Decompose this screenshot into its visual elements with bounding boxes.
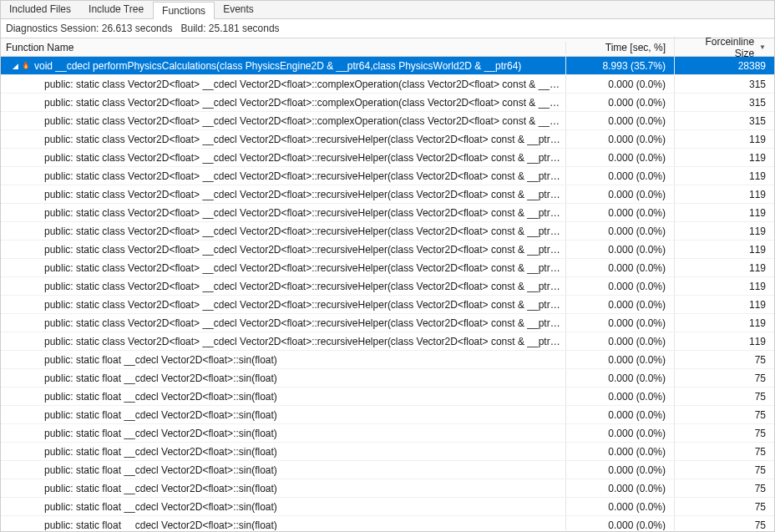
function-name-text: public: static float __cdecl Vector2D<fl… <box>44 501 560 513</box>
table-row[interactable]: public: static class Vector2D<float> __c… <box>1 314 774 332</box>
tab-bar: Included FilesInclude TreeFunctionsEvent… <box>1 1 774 19</box>
cell-size: 119 <box>674 332 774 350</box>
table-row[interactable]: public: static float __cdecl Vector2D<fl… <box>1 498 774 516</box>
table-row[interactable]: public: static float __cdecl Vector2D<fl… <box>1 369 774 388</box>
cell-function-name: public: static class Vector2D<float> __c… <box>1 262 565 274</box>
cell-size: 119 <box>674 185 774 203</box>
status-bar: Diagnostics Session: 26.613 seconds Buil… <box>1 19 774 38</box>
function-name-text: public: static class Vector2D<float> __c… <box>44 79 560 90</box>
session-value: 26.613 seconds <box>102 23 173 34</box>
cell-size: 75 <box>674 516 774 530</box>
table-row[interactable]: public: static class Vector2D<float> __c… <box>1 75 774 94</box>
function-name-text: public: static class Vector2D<float> __c… <box>44 262 560 274</box>
cell-size: 75 <box>674 498 774 515</box>
cell-size: 119 <box>674 314 774 332</box>
cell-function-name: public: static class Vector2D<float> __c… <box>1 281 565 292</box>
function-name-text: public: static class Vector2D<float> __c… <box>44 281 560 292</box>
function-name-text: public: static float __cdecl Vector2D<fl… <box>44 354 560 366</box>
function-name-text: public: static float __cdecl Vector2D<fl… <box>44 483 560 494</box>
function-name-text: public: static float __cdecl Vector2D<fl… <box>44 409 560 421</box>
table-row[interactable]: public: static class Vector2D<float> __c… <box>1 149 774 167</box>
cell-size: 28389 <box>674 57 774 74</box>
cell-size: 75 <box>674 369 774 387</box>
cell-time: 0.000 (0.0%) <box>565 332 674 350</box>
cell-function-name: public: static class Vector2D<float> __c… <box>1 244 565 256</box>
table-row[interactable]: public: static float __cdecl Vector2D<fl… <box>1 461 774 479</box>
function-name-text: public: static class Vector2D<float> __c… <box>44 299 560 311</box>
cell-size: 119 <box>674 277 774 295</box>
table-row[interactable]: public: static float __cdecl Vector2D<fl… <box>1 388 774 406</box>
cell-function-name: public: static class Vector2D<float> __c… <box>1 134 565 145</box>
table-row[interactable]: public: static float __cdecl Vector2D<fl… <box>1 443 774 461</box>
table-row[interactable]: public: static class Vector2D<float> __c… <box>1 277 774 296</box>
table-row[interactable]: public: static float __cdecl Vector2D<fl… <box>1 424 774 443</box>
function-name-text: void __cdecl performPhysicsCalculations(… <box>34 60 560 72</box>
cell-size: 315 <box>674 94 774 111</box>
cell-size: 315 <box>674 75 774 93</box>
flame-icon <box>21 61 31 71</box>
cell-function-name: public: static float __cdecl Vector2D<fl… <box>1 409 565 421</box>
cell-size: 119 <box>674 130 774 148</box>
column-header-size[interactable]: Forceinline Size ▼ <box>674 36 774 59</box>
cell-function-name: public: static class Vector2D<float> __c… <box>1 189 565 200</box>
function-name-text: public: static class Vector2D<float> __c… <box>44 97 560 109</box>
cell-time: 0.000 (0.0%) <box>565 443 674 460</box>
cell-time: 0.000 (0.0%) <box>565 314 674 332</box>
table-row[interactable]: public: static class Vector2D<float> __c… <box>1 112 774 130</box>
column-header-time[interactable]: Time [sec, %] <box>565 42 674 53</box>
tab-include-tree[interactable]: Include Tree <box>80 1 153 18</box>
tab-events[interactable]: Events <box>215 1 263 18</box>
grid-body[interactable]: ◢void __cdecl performPhysicsCalculations… <box>1 57 774 530</box>
cell-function-name: public: static float __cdecl Vector2D<fl… <box>1 519 565 531</box>
cell-time: 0.000 (0.0%) <box>565 406 674 423</box>
table-row[interactable]: public: static class Vector2D<float> __c… <box>1 94 774 112</box>
cell-size: 75 <box>674 351 774 368</box>
table-row[interactable]: public: static float __cdecl Vector2D<fl… <box>1 479 774 498</box>
cell-time: 8.993 (35.7%) <box>565 57 674 74</box>
tab-included-files[interactable]: Included Files <box>1 1 80 18</box>
function-name-text: public: static float __cdecl Vector2D<fl… <box>44 464 560 476</box>
cell-function-name: public: static class Vector2D<float> __c… <box>1 115 565 127</box>
cell-time: 0.000 (0.0%) <box>565 461 674 479</box>
cell-time: 0.000 (0.0%) <box>565 479 674 497</box>
table-row[interactable]: public: static class Vector2D<float> __c… <box>1 185 774 204</box>
table-row[interactable]: public: static class Vector2D<float> __c… <box>1 204 774 222</box>
cell-function-name: public: static float __cdecl Vector2D<fl… <box>1 354 565 366</box>
column-header-name[interactable]: Function Name <box>1 42 565 53</box>
cell-size: 119 <box>674 241 774 258</box>
cell-size: 315 <box>674 112 774 129</box>
cell-size: 75 <box>674 479 774 497</box>
cell-size: 75 <box>674 443 774 460</box>
table-row[interactable]: public: static class Vector2D<float> __c… <box>1 296 774 314</box>
cell-time: 0.000 (0.0%) <box>565 94 674 111</box>
function-name-text: public: static class Vector2D<float> __c… <box>44 336 560 347</box>
cell-size: 75 <box>674 424 774 442</box>
table-row[interactable]: public: static class Vector2D<float> __c… <box>1 222 774 241</box>
table-row[interactable]: public: static float __cdecl Vector2D<fl… <box>1 351 774 369</box>
function-name-text: public: static class Vector2D<float> __c… <box>44 189 560 200</box>
table-row[interactable]: public: static float __cdecl Vector2D<fl… <box>1 406 774 424</box>
table-row[interactable]: public: static float __cdecl Vector2D<fl… <box>1 516 774 530</box>
cell-time: 0.000 (0.0%) <box>565 241 674 258</box>
cell-size: 75 <box>674 406 774 423</box>
cell-function-name: public: static class Vector2D<float> __c… <box>1 225 565 237</box>
table-row[interactable]: public: static class Vector2D<float> __c… <box>1 167 774 185</box>
cell-function-name: public: static float __cdecl Vector2D<fl… <box>1 428 565 439</box>
cell-time: 0.000 (0.0%) <box>565 185 674 203</box>
table-row[interactable]: public: static class Vector2D<float> __c… <box>1 332 774 351</box>
function-name-text: public: static class Vector2D<float> __c… <box>44 225 560 237</box>
cell-time: 0.000 (0.0%) <box>565 149 674 166</box>
collapse-icon[interactable]: ◢ <box>11 62 19 70</box>
table-row-selected[interactable]: ◢void __cdecl performPhysicsCalculations… <box>1 57 774 75</box>
function-name-text: public: static float __cdecl Vector2D<fl… <box>44 446 560 458</box>
tab-functions[interactable]: Functions <box>153 2 215 19</box>
cell-function-name: public: static float __cdecl Vector2D<fl… <box>1 483 565 494</box>
table-row[interactable]: public: static class Vector2D<float> __c… <box>1 241 774 259</box>
table-row[interactable]: public: static class Vector2D<float> __c… <box>1 130 774 149</box>
table-row[interactable]: public: static class Vector2D<float> __c… <box>1 259 774 277</box>
cell-size: 75 <box>674 461 774 479</box>
cell-size: 119 <box>674 149 774 166</box>
chevron-down-icon[interactable]: ▼ <box>759 43 766 51</box>
function-name-text: public: static class Vector2D<float> __c… <box>44 317 560 329</box>
cell-size: 119 <box>674 167 774 185</box>
